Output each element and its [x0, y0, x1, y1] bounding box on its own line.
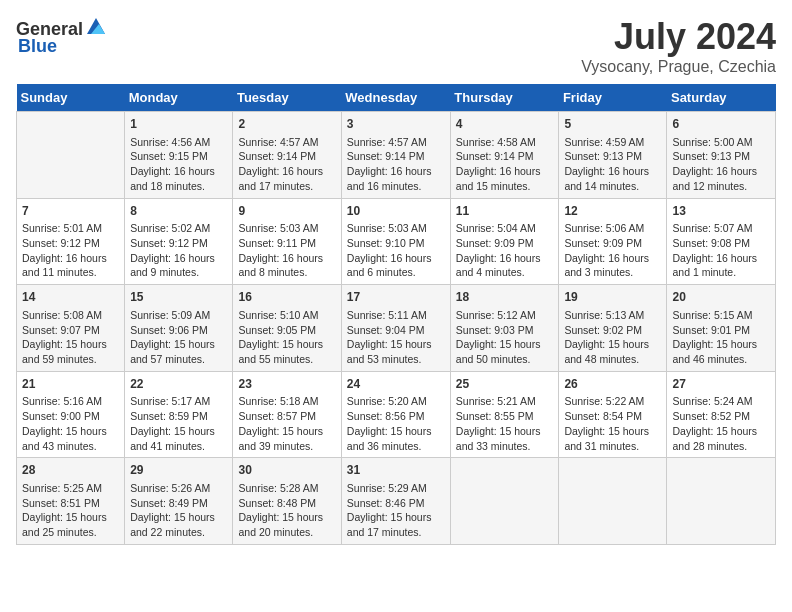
cell-info: Sunrise: 5:12 AM Sunset: 9:03 PM Dayligh… [456, 308, 554, 367]
day-number: 15 [130, 289, 227, 306]
cell-info: Sunrise: 5:07 AM Sunset: 9:08 PM Dayligh… [672, 221, 770, 280]
day-header: Friday [559, 84, 667, 112]
day-number: 29 [130, 462, 227, 479]
cell-info: Sunrise: 5:22 AM Sunset: 8:54 PM Dayligh… [564, 394, 661, 453]
calendar-cell: 5Sunrise: 4:59 AM Sunset: 9:13 PM Daylig… [559, 112, 667, 199]
cell-info: Sunrise: 5:24 AM Sunset: 8:52 PM Dayligh… [672, 394, 770, 453]
day-number: 22 [130, 376, 227, 393]
calendar-cell: 22Sunrise: 5:17 AM Sunset: 8:59 PM Dayli… [125, 371, 233, 458]
month-title: July 2024 [581, 16, 776, 58]
day-number: 24 [347, 376, 445, 393]
calendar-cell: 18Sunrise: 5:12 AM Sunset: 9:03 PM Dayli… [450, 285, 559, 372]
location: Vysocany, Prague, Czechia [581, 58, 776, 76]
day-number: 30 [238, 462, 335, 479]
logo-icon [85, 16, 107, 38]
day-number: 23 [238, 376, 335, 393]
calendar-cell: 31Sunrise: 5:29 AM Sunset: 8:46 PM Dayli… [341, 458, 450, 545]
calendar-cell [667, 458, 776, 545]
calendar-cell: 11Sunrise: 5:04 AM Sunset: 9:09 PM Dayli… [450, 198, 559, 285]
day-number: 25 [456, 376, 554, 393]
cell-info: Sunrise: 5:09 AM Sunset: 9:06 PM Dayligh… [130, 308, 227, 367]
day-number: 12 [564, 203, 661, 220]
calendar-cell: 8Sunrise: 5:02 AM Sunset: 9:12 PM Daylig… [125, 198, 233, 285]
day-number: 18 [456, 289, 554, 306]
cell-info: Sunrise: 5:10 AM Sunset: 9:05 PM Dayligh… [238, 308, 335, 367]
calendar-week-row: 21Sunrise: 5:16 AM Sunset: 9:00 PM Dayli… [17, 371, 776, 458]
cell-info: Sunrise: 5:18 AM Sunset: 8:57 PM Dayligh… [238, 394, 335, 453]
calendar-cell: 20Sunrise: 5:15 AM Sunset: 9:01 PM Dayli… [667, 285, 776, 372]
cell-info: Sunrise: 5:03 AM Sunset: 9:10 PM Dayligh… [347, 221, 445, 280]
calendar-cell [450, 458, 559, 545]
calendar-cell: 3Sunrise: 4:57 AM Sunset: 9:14 PM Daylig… [341, 112, 450, 199]
cell-info: Sunrise: 5:11 AM Sunset: 9:04 PM Dayligh… [347, 308, 445, 367]
calendar-week-row: 7Sunrise: 5:01 AM Sunset: 9:12 PM Daylig… [17, 198, 776, 285]
day-header: Saturday [667, 84, 776, 112]
calendar-cell: 29Sunrise: 5:26 AM Sunset: 8:49 PM Dayli… [125, 458, 233, 545]
calendar-cell: 27Sunrise: 5:24 AM Sunset: 8:52 PM Dayli… [667, 371, 776, 458]
day-number: 1 [130, 116, 227, 133]
logo: General Blue [16, 16, 107, 57]
day-number: 16 [238, 289, 335, 306]
cell-info: Sunrise: 5:08 AM Sunset: 9:07 PM Dayligh… [22, 308, 119, 367]
calendar-cell: 15Sunrise: 5:09 AM Sunset: 9:06 PM Dayli… [125, 285, 233, 372]
calendar-header-row: SundayMondayTuesdayWednesdayThursdayFrid… [17, 84, 776, 112]
page-header: General Blue July 2024 Vysocany, Prague,… [16, 16, 776, 76]
day-number: 14 [22, 289, 119, 306]
cell-info: Sunrise: 5:26 AM Sunset: 8:49 PM Dayligh… [130, 481, 227, 540]
calendar-cell: 12Sunrise: 5:06 AM Sunset: 9:09 PM Dayli… [559, 198, 667, 285]
cell-info: Sunrise: 5:20 AM Sunset: 8:56 PM Dayligh… [347, 394, 445, 453]
day-number: 4 [456, 116, 554, 133]
day-number: 13 [672, 203, 770, 220]
day-number: 9 [238, 203, 335, 220]
day-number: 31 [347, 462, 445, 479]
day-header: Monday [125, 84, 233, 112]
calendar-cell: 4Sunrise: 4:58 AM Sunset: 9:14 PM Daylig… [450, 112, 559, 199]
calendar-cell [559, 458, 667, 545]
calendar-cell: 1Sunrise: 4:56 AM Sunset: 9:15 PM Daylig… [125, 112, 233, 199]
cell-info: Sunrise: 5:02 AM Sunset: 9:12 PM Dayligh… [130, 221, 227, 280]
cell-info: Sunrise: 5:15 AM Sunset: 9:01 PM Dayligh… [672, 308, 770, 367]
calendar-cell: 17Sunrise: 5:11 AM Sunset: 9:04 PM Dayli… [341, 285, 450, 372]
day-number: 27 [672, 376, 770, 393]
day-number: 11 [456, 203, 554, 220]
day-header: Thursday [450, 84, 559, 112]
day-number: 17 [347, 289, 445, 306]
day-number: 6 [672, 116, 770, 133]
cell-info: Sunrise: 5:13 AM Sunset: 9:02 PM Dayligh… [564, 308, 661, 367]
calendar-cell: 21Sunrise: 5:16 AM Sunset: 9:00 PM Dayli… [17, 371, 125, 458]
calendar-cell: 7Sunrise: 5:01 AM Sunset: 9:12 PM Daylig… [17, 198, 125, 285]
day-number: 10 [347, 203, 445, 220]
day-header: Wednesday [341, 84, 450, 112]
calendar-cell [17, 112, 125, 199]
day-header: Sunday [17, 84, 125, 112]
cell-info: Sunrise: 5:21 AM Sunset: 8:55 PM Dayligh… [456, 394, 554, 453]
calendar-cell: 2Sunrise: 4:57 AM Sunset: 9:14 PM Daylig… [233, 112, 341, 199]
day-number: 8 [130, 203, 227, 220]
calendar-week-row: 1Sunrise: 4:56 AM Sunset: 9:15 PM Daylig… [17, 112, 776, 199]
calendar-cell: 24Sunrise: 5:20 AM Sunset: 8:56 PM Dayli… [341, 371, 450, 458]
cell-info: Sunrise: 5:00 AM Sunset: 9:13 PM Dayligh… [672, 135, 770, 194]
calendar-cell: 30Sunrise: 5:28 AM Sunset: 8:48 PM Dayli… [233, 458, 341, 545]
calendar-week-row: 28Sunrise: 5:25 AM Sunset: 8:51 PM Dayli… [17, 458, 776, 545]
calendar-cell: 28Sunrise: 5:25 AM Sunset: 8:51 PM Dayli… [17, 458, 125, 545]
cell-info: Sunrise: 4:57 AM Sunset: 9:14 PM Dayligh… [347, 135, 445, 194]
calendar-cell: 23Sunrise: 5:18 AM Sunset: 8:57 PM Dayli… [233, 371, 341, 458]
day-number: 5 [564, 116, 661, 133]
cell-info: Sunrise: 5:17 AM Sunset: 8:59 PM Dayligh… [130, 394, 227, 453]
day-number: 7 [22, 203, 119, 220]
day-number: 20 [672, 289, 770, 306]
day-header: Tuesday [233, 84, 341, 112]
calendar-cell: 13Sunrise: 5:07 AM Sunset: 9:08 PM Dayli… [667, 198, 776, 285]
calendar-cell: 19Sunrise: 5:13 AM Sunset: 9:02 PM Dayli… [559, 285, 667, 372]
calendar-cell: 16Sunrise: 5:10 AM Sunset: 9:05 PM Dayli… [233, 285, 341, 372]
day-number: 26 [564, 376, 661, 393]
calendar-cell: 25Sunrise: 5:21 AM Sunset: 8:55 PM Dayli… [450, 371, 559, 458]
cell-info: Sunrise: 4:56 AM Sunset: 9:15 PM Dayligh… [130, 135, 227, 194]
cell-info: Sunrise: 4:59 AM Sunset: 9:13 PM Dayligh… [564, 135, 661, 194]
logo-blue: Blue [18, 36, 57, 57]
calendar-cell: 6Sunrise: 5:00 AM Sunset: 9:13 PM Daylig… [667, 112, 776, 199]
cell-info: Sunrise: 5:16 AM Sunset: 9:00 PM Dayligh… [22, 394, 119, 453]
cell-info: Sunrise: 4:58 AM Sunset: 9:14 PM Dayligh… [456, 135, 554, 194]
title-block: July 2024 Vysocany, Prague, Czechia [581, 16, 776, 76]
day-number: 2 [238, 116, 335, 133]
